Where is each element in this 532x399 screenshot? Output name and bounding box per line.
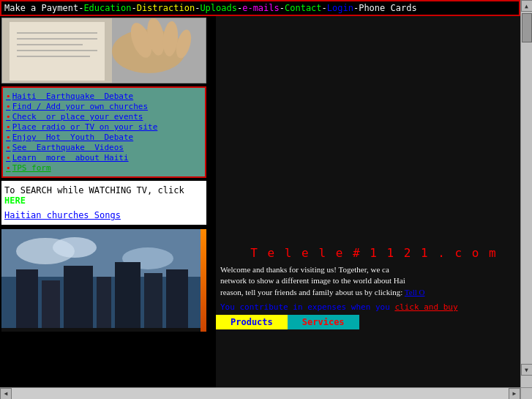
welcome-text3: reason, tell your friends and family abo… xyxy=(220,288,405,297)
link-tps-form[interactable]: TPS form xyxy=(6,163,202,173)
nav-sep4: - xyxy=(280,3,285,13)
search-area: To SEARCH while WATCHING TV, click HERE … xyxy=(1,181,206,225)
link-check-events[interactable]: Check or place your events xyxy=(6,112,202,122)
header-image xyxy=(1,18,206,83)
page-inner: Make a Payment - Education - Distraction… xyxy=(0,0,520,387)
main-wrapper: Make a Payment - Education - Distraction… xyxy=(0,0,532,399)
scrollbar-corner xyxy=(520,387,532,399)
scroll-thumb[interactable] xyxy=(522,13,532,42)
contribute-text: You contribute in expenses when you xyxy=(220,302,394,312)
nav-education[interactable]: Education xyxy=(83,3,131,13)
nav-sep5: - xyxy=(322,3,327,13)
left-col: Haiti Earthquake Debate Find / Add your … xyxy=(0,16,216,387)
click-buy-link[interactable]: click and buy xyxy=(394,302,457,312)
top-nav: Make a Payment - Education - Distraction… xyxy=(0,0,520,16)
nav-sep2: - xyxy=(195,3,200,13)
scroll-right-button[interactable]: ▶ xyxy=(509,388,520,400)
nav-login[interactable]: Login xyxy=(327,3,353,13)
orange-bar xyxy=(201,229,206,332)
svg-rect-21 xyxy=(64,266,93,328)
domain-text: T e l e l e # 1 1 2 1 . c o m xyxy=(250,246,497,260)
svg-rect-23 xyxy=(115,262,141,328)
svg-rect-19 xyxy=(16,269,38,328)
welcome-text1: Welcome and thanks for visiting us! Toge… xyxy=(220,265,389,274)
nav-sep6: - xyxy=(353,3,359,13)
scroll-track-horizontal xyxy=(12,388,509,400)
nav-make-payment: Make a Payment xyxy=(4,3,78,13)
products-services-bar: Products Services xyxy=(216,313,520,331)
tell-others-link[interactable]: Tell O xyxy=(405,288,425,297)
link-haiti-earthquake[interactable]: Haiti Earthquake Debate xyxy=(6,92,202,101)
scroll-up-button[interactable]: ▲ xyxy=(521,0,533,12)
svg-rect-20 xyxy=(42,280,60,328)
right-top-area xyxy=(216,16,520,243)
contribute-bar: You contribute in expenses when you clic… xyxy=(216,301,520,313)
bottom-image-svg xyxy=(1,229,201,328)
svg-rect-26 xyxy=(216,16,520,243)
nav-sep3: - xyxy=(237,3,242,13)
welcome-area: Welcome and thanks for visiting us! Toge… xyxy=(216,261,520,301)
scroll-down-button[interactable]: ▼ xyxy=(521,364,533,376)
link-find-churches[interactable]: Find / Add your own churches xyxy=(6,102,202,111)
vertical-scrollbar[interactable]: ▲ ▼ xyxy=(520,0,532,387)
nav-sep0: - xyxy=(78,3,83,13)
welcome-text2: network to show a different image to the… xyxy=(220,276,405,285)
image-placeholder xyxy=(2,18,206,83)
bottom-left-image xyxy=(1,229,206,332)
svg-rect-24 xyxy=(144,273,162,328)
nav-uploads[interactable]: Uploads xyxy=(200,3,237,13)
services-button[interactable]: Services xyxy=(288,315,359,329)
svg-rect-22 xyxy=(97,277,111,328)
nav-phonecards[interactable]: Phone Cards xyxy=(359,3,416,13)
links-box: Haiti Earthquake Debate Find / Add your … xyxy=(1,86,206,178)
nav-contact[interactable]: Contact xyxy=(285,3,322,13)
right-top-svg xyxy=(216,16,520,243)
nav-emails[interactable]: e-mails xyxy=(242,3,280,13)
domain-bar: T e l e l e # 1 1 2 1 . c o m xyxy=(216,243,520,261)
link-enjoy-debate[interactable]: Enjoy Hot Youth Debate xyxy=(6,133,202,142)
haitian-songs-link[interactable]: Haitian churches Songs xyxy=(4,210,203,220)
main-layout: Haiti Earthquake Debate Find / Add your … xyxy=(0,16,520,387)
search-here[interactable]: HERE xyxy=(4,195,26,206)
nav-distraction[interactable]: Distraction xyxy=(137,3,195,13)
bottom-left xyxy=(0,226,216,387)
right-col: T e l e l e # 1 1 2 1 . c o m Welcome an… xyxy=(216,16,520,387)
right-bottom-area: T e l e l e # 1 1 2 1 . c o m Welcome an… xyxy=(216,243,520,387)
horizontal-scrollbar[interactable]: ◀ ▶ xyxy=(0,387,520,399)
link-learn-haiti[interactable]: Learn more about Haiti xyxy=(6,153,202,163)
link-place-radio[interactable]: Place radio or TV on your site xyxy=(6,122,202,132)
image-svg xyxy=(2,18,206,83)
link-earthquake-videos[interactable]: See Earthquake Videos xyxy=(6,143,202,152)
nav-sep1: - xyxy=(131,3,136,13)
svg-rect-2 xyxy=(10,22,105,81)
svg-point-17 xyxy=(53,237,97,258)
products-button[interactable]: Products xyxy=(216,315,288,329)
svg-rect-25 xyxy=(166,269,188,328)
search-text: To SEARCH while WATCHING TV, click xyxy=(4,185,184,195)
scroll-left-button[interactable]: ◀ xyxy=(0,388,12,400)
